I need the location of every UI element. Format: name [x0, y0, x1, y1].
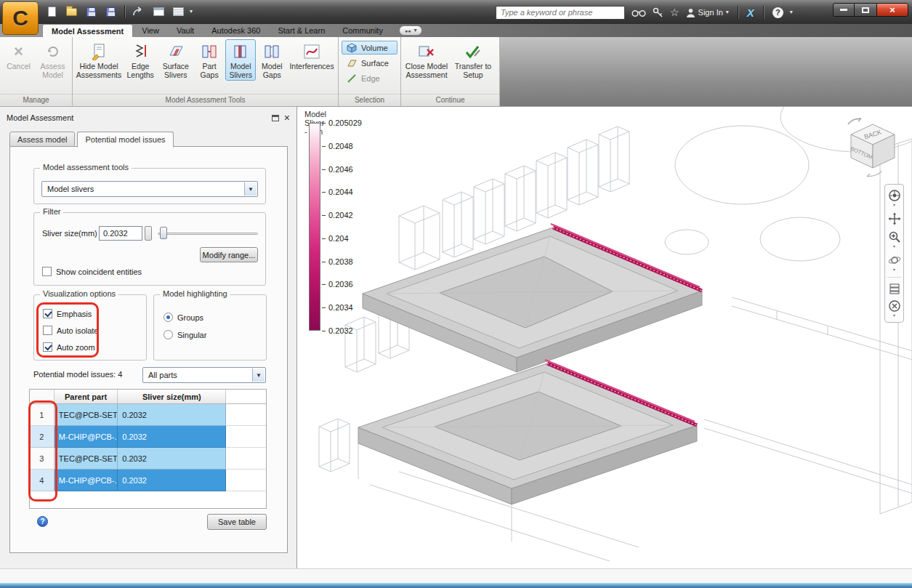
panel-close-icon[interactable]: ×	[284, 113, 290, 123]
titlebar-right-tools: ☆ Sign In ▾ X ? ▾	[496, 5, 793, 20]
panel-tab-assess-model[interactable]: Assess model	[9, 132, 75, 147]
transfer-to-setup-button[interactable]: Transfer to Setup	[451, 39, 495, 81]
panel-content: Model assessment tools Model slivers ▼ F…	[9, 146, 288, 553]
cancel-button[interactable]: × Cancel	[2, 39, 35, 72]
ribbon: × Cancel Assess Model Manage	[0, 37, 912, 106]
navigation-bar: ▾ ▾ ▾ ▾	[884, 184, 904, 323]
chevron-down-icon: ▾	[893, 267, 895, 272]
assess-model-button[interactable]: Assess Model	[36, 39, 69, 81]
toolbar-separator	[738, 6, 738, 19]
panel-tab-potential-issues[interactable]: Potential model issues	[77, 132, 173, 148]
window-tool-button[interactable]	[150, 4, 166, 19]
edge-lengths-button[interactable]: Edge Lengths	[124, 39, 156, 81]
part-gaps-button[interactable]: Part Gaps	[195, 39, 224, 81]
minimize-button[interactable]	[833, 3, 855, 17]
help-button[interactable]: ?	[772, 5, 783, 20]
navbar-menu-button[interactable]: ▾	[886, 298, 903, 319]
slider-thumb[interactable]	[160, 227, 167, 239]
legend-tick-label: 0.205029	[328, 118, 362, 127]
selection-volume-button[interactable]: Volume	[342, 41, 398, 55]
tab-vault[interactable]: Vault	[168, 24, 203, 37]
tab-autodesk-360[interactable]: Autodesk 360	[203, 24, 269, 37]
navbar-pan-button[interactable]	[886, 211, 903, 227]
close-button[interactable]: ×	[876, 3, 908, 17]
navbar-wheel-button[interactable]: ▾	[886, 188, 903, 209]
header-parent-part[interactable]: Parent part	[55, 390, 118, 403]
modify-range-button[interactable]: Modify range...	[200, 247, 258, 262]
toolbar-separator	[124, 5, 125, 18]
assessment-tool-dropdown[interactable]: Model slivers ▼	[41, 181, 258, 197]
key-icon	[653, 7, 663, 18]
groups-radio[interactable]	[164, 313, 173, 322]
save-table-button[interactable]: Save table	[207, 514, 267, 530]
save-button[interactable]	[83, 4, 99, 19]
singular-radio[interactable]	[164, 330, 173, 339]
new-file-icon	[48, 7, 56, 17]
model-gaps-button[interactable]: Model Gaps	[257, 39, 286, 81]
measure-tool-button[interactable]	[170, 4, 186, 19]
ribbon-empty-area	[500, 37, 912, 106]
hide-model-assessments-button[interactable]: Hide Model Assessments	[75, 39, 123, 81]
orbit-icon	[888, 254, 901, 267]
panel-float-icon[interactable]	[272, 115, 279, 121]
table-row[interactable]: 1 TEC@PCB-SET 0.2032	[30, 404, 266, 426]
application-menu-button[interactable]: C	[2, 1, 39, 35]
groups-label: Groups	[177, 313, 203, 322]
parts-filter-dropdown[interactable]: All parts ▼	[142, 367, 266, 383]
search-input[interactable]	[496, 6, 625, 20]
sign-in-button[interactable]: Sign In ▾	[686, 8, 729, 17]
header-sliver-size[interactable]: Sliver size(mm)	[118, 390, 226, 403]
open-file-button[interactable]	[63, 4, 79, 19]
tab-community[interactable]: Community	[334, 24, 392, 37]
panel-help-button[interactable]: ?	[37, 516, 48, 527]
issues-table: Parent part Sliver size(mm) 1 TEC@PCB-SE…	[29, 389, 267, 509]
cube-icon	[347, 43, 357, 53]
save-as-button[interactable]	[102, 4, 118, 19]
tab-start-learn[interactable]: Start & Learn	[269, 24, 334, 37]
navbar-zoom-button[interactable]: ▾	[886, 229, 903, 250]
status-bar	[0, 568, 912, 583]
selection-edge-button[interactable]: Edge	[342, 71, 398, 85]
help-dropdown-icon[interactable]: ▾	[790, 9, 793, 15]
save-as-icon	[106, 7, 116, 17]
maximize-button[interactable]	[855, 3, 876, 17]
model-slivers-button[interactable]: Model Slivers	[225, 39, 256, 81]
sliver-size-spin-button[interactable]	[145, 226, 152, 241]
tab-model-assessment[interactable]: Model Assessment	[42, 24, 133, 37]
interferences-button[interactable]: Interferences	[288, 39, 336, 72]
exchange-apps-button[interactable]: X	[747, 7, 754, 19]
table-row[interactable]: 3 TEC@PCB-SET 0.2032	[30, 448, 266, 470]
view-cube[interactable]: BACK BOTTOM	[842, 114, 903, 181]
export-button[interactable]	[131, 4, 147, 19]
selection-surface-button[interactable]: Surface	[342, 56, 398, 70]
magnifier-plus-icon	[888, 230, 901, 243]
navbar-orbit-button[interactable]: ▾	[886, 252, 903, 273]
new-file-button[interactable]	[44, 4, 60, 19]
table-row[interactable]: 2 M-CHIP@PCB-... 0.2032	[30, 426, 266, 448]
workspace: Model Assessment × Assess model Potentia…	[0, 106, 912, 568]
close-icon: ×	[889, 4, 895, 15]
chevron-down-icon: ▾	[893, 244, 895, 249]
close-model-assessment-button[interactable]: Close Model Assessment	[403, 39, 450, 81]
qat-dropdown-icon[interactable]: ▾	[190, 9, 193, 15]
viewport-canvas[interactable]: Model Sliver - mm 0.205029 0.2048 0.2046…	[296, 106, 912, 568]
subscription-button[interactable]	[653, 5, 663, 20]
binoculars-icon	[631, 8, 646, 17]
ribbon-group-continue: Close Model Assessment Transfer to Setup…	[401, 37, 500, 106]
sign-in-dropdown-icon[interactable]: ▾	[726, 9, 729, 15]
window-icon	[153, 7, 164, 16]
surface-slivers-button[interactable]: Surface Slivers	[158, 39, 193, 81]
navbar-lookat-button[interactable]	[886, 281, 903, 296]
sliver-size-input[interactable]	[99, 226, 142, 241]
ribbon-display-options-button[interactable]: ●●▾	[399, 25, 422, 36]
favorites-star-icon[interactable]: ☆	[670, 5, 679, 20]
search-button[interactable]	[631, 5, 646, 20]
surface-icon	[347, 58, 357, 68]
tab-view[interactable]: View	[133, 24, 168, 37]
show-coincident-checkbox[interactable]	[42, 267, 52, 276]
sliver-size-slider[interactable]	[158, 226, 258, 241]
user-icon	[686, 8, 695, 17]
group-label-selection: Selection	[339, 94, 400, 106]
table-row[interactable]: 4 M-CHIP@PCB-... 0.2032	[30, 470, 266, 491]
group-model-assessment-tools: Model assessment tools Model slivers ▼	[33, 168, 266, 204]
